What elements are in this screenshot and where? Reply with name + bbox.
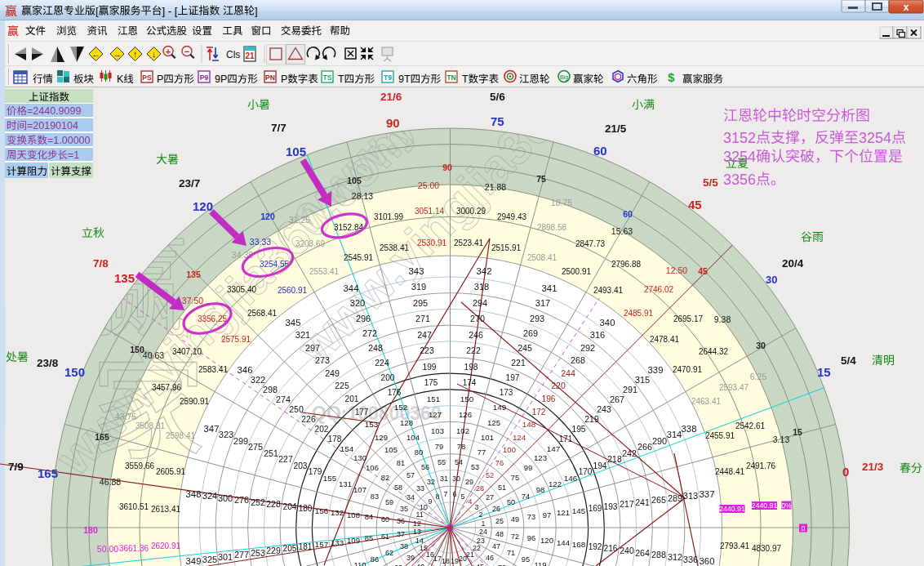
svg-text:25: 25	[495, 517, 504, 525]
svg-text:100: 100	[503, 445, 516, 454]
svg-text:128: 128	[400, 418, 413, 427]
svg-text:153: 153	[365, 420, 379, 429]
svg-text:2523.41: 2523.41	[454, 238, 484, 247]
svg-text:2455.91: 2455.91	[705, 431, 735, 440]
svg-text:40.63: 40.63	[143, 350, 164, 360]
svg-text:204: 204	[283, 502, 297, 511]
svg-text:274: 274	[276, 394, 291, 404]
svg-text:3305.40: 3305.40	[227, 285, 257, 294]
svg-text:219: 219	[584, 415, 599, 424]
svg-text:2568.41: 2568.41	[247, 309, 278, 318]
svg-text:78: 78	[457, 443, 465, 451]
svg-text:90: 90	[386, 116, 400, 130]
svg-text:21/6: 21/6	[380, 91, 402, 103]
svg-text:2593.47: 2593.47	[719, 383, 749, 392]
svg-text:343: 343	[409, 266, 424, 276]
svg-text:2440.91: 2440.91	[719, 505, 745, 513]
svg-text:38: 38	[400, 542, 408, 550]
svg-text:11: 11	[415, 510, 423, 519]
svg-text:23/8: 23/8	[37, 357, 59, 369]
svg-text:25.00: 25.00	[418, 180, 439, 190]
svg-text:33: 33	[416, 484, 424, 492]
svg-text:157: 157	[315, 540, 328, 549]
svg-text:5: 5	[461, 492, 465, 501]
svg-text:97: 97	[543, 510, 552, 519]
svg-text:95: 95	[522, 555, 530, 564]
svg-text:3254: 3254	[723, 149, 756, 165]
svg-text:169: 169	[589, 504, 602, 513]
svg-text:21: 21	[245, 51, 255, 60]
svg-text:2590.91: 2590.91	[180, 397, 210, 406]
svg-text:] - [: ] - [	[162, 5, 178, 17]
svg-text:180: 180	[299, 504, 313, 513]
svg-text:196: 196	[542, 394, 556, 403]
svg-text:31.25: 31.25	[289, 215, 310, 225]
svg-text:246: 246	[469, 330, 483, 340]
svg-text:275: 275	[248, 442, 263, 452]
svg-text:61: 61	[381, 533, 389, 541]
svg-text:319: 319	[411, 282, 427, 292]
svg-text:229: 229	[266, 546, 281, 555]
svg-text:=1: =1	[68, 149, 79, 161]
svg-text:265: 265	[651, 495, 666, 505]
svg-text:81: 81	[397, 459, 405, 467]
svg-text:147: 147	[547, 444, 560, 453]
svg-text:198: 198	[464, 363, 478, 372]
svg-text:349: 349	[186, 556, 202, 566]
svg-text:106: 106	[366, 463, 379, 472]
svg-text:47: 47	[492, 542, 500, 550]
svg-text:77: 77	[478, 448, 486, 457]
svg-text:26: 26	[492, 505, 500, 513]
svg-text:177: 177	[355, 408, 369, 417]
svg-text:133: 133	[331, 538, 344, 547]
svg-text:194: 194	[593, 461, 607, 470]
svg-text:30: 30	[766, 274, 777, 286]
svg-text:121: 121	[557, 508, 570, 517]
svg-text:105: 105	[384, 445, 398, 454]
svg-text:264: 264	[635, 548, 650, 558]
svg-text:301: 301	[218, 552, 233, 562]
svg-text:7/8: 7/8	[93, 257, 109, 270]
svg-text:173: 173	[500, 388, 513, 397]
svg-text:19: 19	[451, 557, 459, 565]
svg-text:324: 324	[202, 491, 218, 501]
svg-text:=2440.9099: =2440.9099	[27, 105, 81, 117]
svg-text:2746.02: 2746.02	[644, 285, 674, 294]
svg-text:291: 291	[623, 385, 637, 394]
svg-text:2796.88: 2796.88	[611, 260, 642, 269]
svg-text:−: −	[184, 47, 189, 56]
svg-text:110: 110	[353, 560, 366, 566]
svg-text:76: 76	[495, 459, 504, 467]
svg-text:62: 62	[385, 549, 393, 557]
svg-text:125: 125	[487, 418, 500, 427]
svg-text:90: 90	[442, 163, 452, 172]
svg-text:75: 75	[511, 474, 519, 482]
svg-text:315: 315	[635, 375, 651, 385]
svg-text:176: 176	[388, 388, 402, 397]
svg-text:82: 82	[381, 474, 389, 482]
svg-text:269: 269	[523, 328, 538, 338]
svg-text:7/9: 7/9	[8, 461, 24, 473]
svg-text:=1.00000: =1.00000	[47, 135, 91, 146]
svg-text:150: 150	[460, 394, 474, 403]
svg-text:1: 1	[482, 519, 486, 528]
svg-text:205: 205	[283, 544, 297, 553]
svg-text:30: 30	[452, 475, 460, 483]
svg-text:15: 15	[793, 427, 802, 437]
svg-text:270: 270	[470, 314, 485, 323]
svg-text:45: 45	[688, 198, 702, 212]
svg-text:2575.91: 2575.91	[221, 335, 251, 344]
svg-text:290: 290	[652, 436, 667, 446]
svg-text:2508.41: 2508.41	[527, 253, 558, 262]
svg-text:86: 86	[371, 555, 379, 564]
svg-text:247: 247	[417, 330, 432, 340]
svg-text:2500.91: 2500.91	[562, 267, 592, 276]
svg-text:2440.91: 2440.91	[752, 501, 778, 510]
svg-text:Cls: Cls	[226, 49, 240, 60]
svg-text:P9: P9	[200, 74, 209, 82]
svg-text:135: 135	[186, 270, 201, 279]
svg-text:253: 253	[251, 548, 265, 558]
svg-text:3407.10: 3407.10	[172, 347, 202, 356]
svg-text:K: K	[117, 74, 124, 85]
svg-text:195: 195	[572, 425, 586, 434]
